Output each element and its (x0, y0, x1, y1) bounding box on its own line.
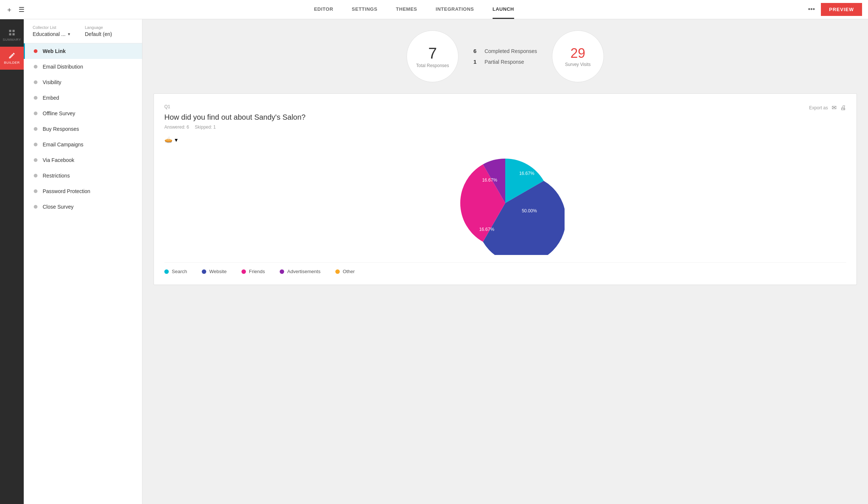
sidebar-top: Collector List Educational ... ▾ Languag… (24, 19, 142, 43)
nav-dot-close (34, 205, 37, 209)
tab-settings[interactable]: SETTINGS (352, 0, 377, 19)
stat-details: 6 Completed Responses 1 Partial Response (473, 48, 537, 65)
nav-right: ••• PREVIEW (802, 3, 868, 16)
chart-legend: Search Website Friends Advertisements Ot… (164, 262, 846, 274)
nav-item-visibility[interactable]: Visibility (24, 74, 142, 90)
preview-button[interactable]: PREVIEW (821, 3, 862, 16)
left-sidebar: Collector List Educational ... ▾ Languag… (24, 19, 142, 504)
completed-label: Completed Responses (484, 48, 537, 54)
menu-icon[interactable]: ☰ (19, 6, 24, 14)
legend-other: Other (335, 269, 355, 274)
legend-dot-website (202, 269, 206, 274)
nav-label-visibility: Visibility (43, 79, 61, 85)
visits-circle: 29 Survey Visits (552, 30, 604, 82)
export-print-button[interactable]: 🖨 (840, 105, 846, 111)
legend-dot-ads (280, 269, 284, 274)
legend-dot-other (335, 269, 340, 274)
nav-dot-email-dist (34, 65, 37, 69)
total-responses-label: Total Responses (416, 63, 449, 68)
nav-label-restrictions: Restrictions (43, 173, 70, 179)
nav-label-buy: Buy Responses (43, 126, 79, 132)
nav-label-campaigns: Email Campaigns (43, 142, 83, 147)
collector-list-label: Collector List (33, 25, 70, 30)
nav-item-close-survey[interactable]: Close Survey (24, 199, 142, 215)
language-label: Language (85, 25, 112, 30)
label-ads: 16.67% (482, 178, 497, 183)
answered-label: Answered: 6 (164, 125, 189, 130)
legend-dot-search (164, 269, 169, 274)
main-content: 7 Total Responses 6 Completed Responses … (142, 19, 868, 504)
question-right: Export as ✉ 🖨 (809, 104, 846, 111)
legend-label-website: Website (209, 269, 227, 274)
language-col: Language Default (en) (85, 25, 112, 37)
export-label: Export as (809, 105, 828, 110)
tab-editor[interactable]: EDITOR (314, 0, 333, 19)
more-options-icon[interactable]: ••• (808, 6, 815, 13)
collector-list-col: Collector List Educational ... ▾ (33, 25, 70, 37)
svg-rect-3 (13, 33, 15, 36)
plus-icon[interactable]: ＋ (6, 5, 13, 14)
question-card: Q1 How did you find out about Sandy's Sa… (154, 93, 857, 285)
nav-dot-visibility (34, 80, 37, 84)
pencil-icon (8, 52, 16, 59)
nav-item-facebook[interactable]: Via Facebook (24, 152, 142, 168)
partial-count: 1 (473, 59, 481, 65)
legend-ads: Advertisements (280, 269, 320, 274)
sidebar-item-builder[interactable]: BUILDER (0, 47, 24, 70)
question-left: Q1 How did you find out about Sandy's Sa… (164, 104, 306, 136)
icon-sidebar: SUMMARY BUILDER (0, 19, 24, 504)
question-title: How did you find out about Sandy's Salon… (164, 113, 306, 122)
main-layout: SUMMARY BUILDER Collector List Education… (0, 19, 868, 504)
nav-left: ＋ ☰ (0, 5, 26, 14)
legend-label-search: Search (172, 269, 187, 274)
nav-dot-weblink (34, 49, 37, 53)
legend-label-friends: Friends (249, 269, 265, 274)
visits-number: 29 (571, 46, 585, 61)
legend-label-ads: Advertisements (287, 269, 320, 274)
svg-rect-0 (9, 30, 11, 32)
nav-label-offline: Offline Survey (43, 110, 75, 116)
pie-chart: 16.67% 50.00% 16.67% 16.67% (446, 151, 565, 255)
legend-website: Website (202, 269, 227, 274)
nav-dot-campaigns (34, 143, 37, 146)
export-email-button[interactable]: ✉ (832, 104, 836, 111)
nav-dot-facebook (34, 158, 37, 162)
sidebar-item-summary[interactable]: SUMMARY (0, 24, 24, 47)
visits-label: Survey Visits (565, 62, 591, 67)
builder-label: BUILDER (4, 61, 20, 64)
chart-type-icon: 🥧 (164, 136, 172, 144)
nav-dot-embed (34, 96, 37, 100)
nav-item-offline[interactable]: Offline Survey (24, 106, 142, 121)
label-search: 16.67% (519, 171, 535, 176)
tab-launch[interactable]: LAUNCH (493, 0, 514, 19)
nav-label-email-dist: Email Distribution (43, 64, 83, 70)
nav-item-buy-responses[interactable]: Buy Responses (24, 121, 142, 137)
nav-dot-buy (34, 127, 37, 131)
nav-item-weblink[interactable]: Web Link (24, 43, 142, 59)
nav-item-email-campaigns[interactable]: Email Campaigns (24, 137, 142, 152)
svg-rect-2 (9, 33, 11, 36)
stats-row: 7 Total Responses 6 Completed Responses … (154, 30, 857, 82)
tab-themes[interactable]: THEMES (396, 0, 417, 19)
completed-count: 6 (473, 48, 481, 54)
collector-list-value[interactable]: Educational ... ▾ (33, 31, 70, 37)
skipped-label: Skipped: 1 (195, 125, 216, 130)
nav-item-email-dist[interactable]: Email Distribution (24, 59, 142, 74)
question-header: Q1 How did you find out about Sandy's Sa… (164, 104, 846, 136)
nav-item-embed[interactable]: Embed (24, 90, 142, 106)
chart-area: 16.67% 50.00% 16.67% 16.67% (164, 151, 846, 255)
tab-integrations[interactable]: INTEGRATIONS (436, 0, 474, 19)
label-website: 50.00% (522, 208, 537, 213)
chart-tools[interactable]: 🥧 ▾ (164, 136, 846, 144)
legend-label-other: Other (343, 269, 355, 274)
question-number: Q1 (164, 104, 306, 109)
nav-dot-offline (34, 112, 37, 115)
nav-tabs: EDITOR SETTINGS THEMES INTEGRATIONS LAUN… (26, 0, 802, 19)
nav-item-password[interactable]: Password Protection (24, 183, 142, 199)
label-friends: 16.67% (479, 227, 494, 232)
nav-label-embed: Embed (43, 95, 59, 101)
top-nav: ＋ ☰ EDITOR SETTINGS THEMES INTEGRATIONS … (0, 0, 868, 19)
nav-item-restrictions[interactable]: Restrictions (24, 168, 142, 183)
summary-label: SUMMARY (3, 38, 21, 42)
nav-label-close: Close Survey (43, 204, 73, 210)
